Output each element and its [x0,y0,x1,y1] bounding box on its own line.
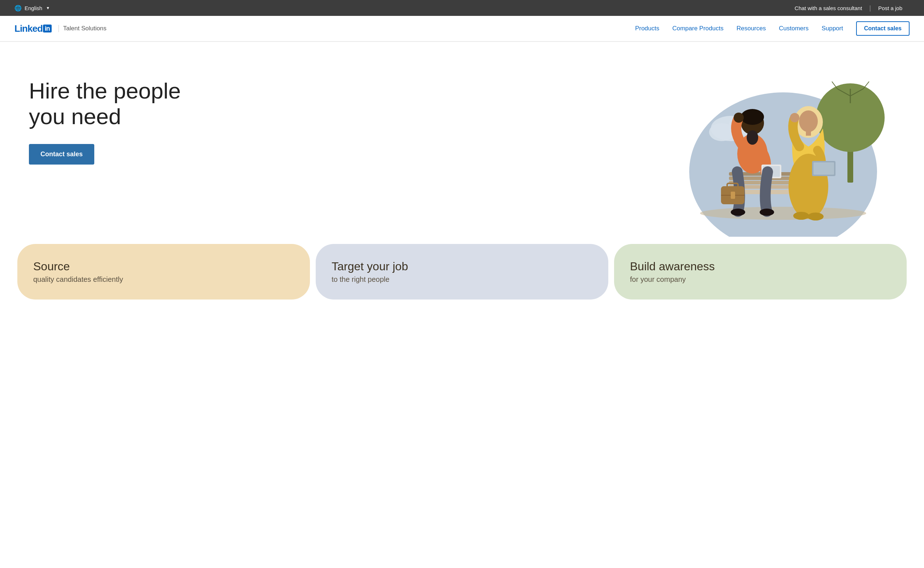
logo-container: Linked in Talent Solutions [14,23,106,34]
nav-customers[interactable]: Customers [779,25,809,32]
source-card-subtitle: quality candidates efficiently [33,275,294,284]
svg-point-18 [700,207,866,220]
globe-icon: 🌐 [14,5,22,12]
svg-point-3 [709,123,735,141]
svg-point-40 [793,212,809,220]
language-selector[interactable]: 🌐 English ▼ [14,5,50,12]
hero-text-block: Hire the people you need Contact sales [29,63,181,165]
svg-rect-35 [806,131,811,136]
talent-solutions-label: Talent Solutions [59,25,106,32]
svg-point-20 [741,109,764,125]
svg-point-41 [808,213,824,221]
build-card-title: Build awareness [630,260,891,273]
svg-point-23 [747,130,758,145]
target-card-title: Target your job [332,260,592,273]
logo-in-box: in [43,24,52,32]
build-card[interactable]: Build awareness for your company [614,244,907,299]
svg-rect-30 [731,192,735,199]
build-card-subtitle: for your company [630,275,891,284]
hero-contact-sales-button[interactable]: Contact sales [29,144,94,165]
source-card[interactable]: Source quality candidates efficiently [17,244,310,299]
chat-consultant-link[interactable]: Chat with a sales consultant [788,5,869,11]
logo-linked-text: Linked [14,23,42,34]
svg-point-31 [731,208,745,216]
top-bar-links: Chat with a sales consultant | Post a jo… [788,5,910,12]
svg-point-34 [799,110,818,132]
nav-compare-products[interactable]: Compare Products [672,25,724,32]
top-bar: 🌐 English ▼ Chat with a sales consultant… [0,0,924,16]
svg-rect-39 [813,162,834,175]
hero-section: Hire the people you need Contact sales [0,42,924,237]
cards-section: Source quality candidates efficiently Ta… [0,244,924,321]
source-card-title: Source [33,260,294,273]
target-card[interactable]: Target your job to the right people [316,244,608,299]
nav-links: Products Compare Products Resources Cust… [635,21,910,36]
main-nav: Linked in Talent Solutions Products Comp… [0,16,924,42]
nav-resources[interactable]: Resources [736,25,766,32]
nav-products[interactable]: Products [635,25,659,32]
linkedin-logo[interactable]: Linked in [14,23,52,34]
target-card-subtitle: to the right people [332,275,592,284]
svg-point-32 [760,208,774,216]
nav-contact-sales-button[interactable]: Contact sales [856,21,910,36]
language-label: English [24,5,42,11]
hero-title: Hire the people you need [29,78,181,130]
chevron-down-icon: ▼ [46,6,50,10]
svg-point-24 [734,113,744,123]
nav-support[interactable]: Support [821,25,843,32]
hero-illustration [671,56,895,237]
svg-point-37 [790,113,799,122]
post-job-link[interactable]: Post a job [871,5,910,11]
